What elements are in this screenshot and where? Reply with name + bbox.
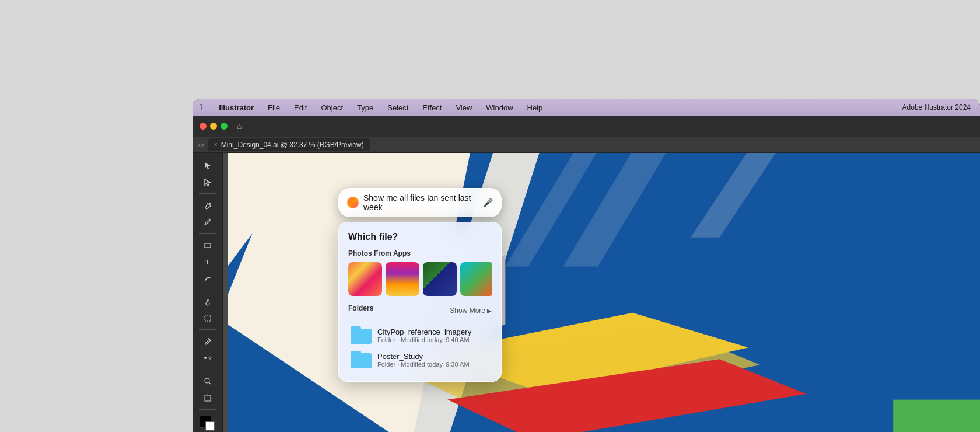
svg-point-8 xyxy=(204,357,206,359)
svg-text:T: T xyxy=(205,258,210,266)
maximize-button[interactable] xyxy=(220,123,228,130)
folder-meta-1: Folder · Modified today, 9:40 AM xyxy=(377,336,489,343)
folder-icon-2 xyxy=(351,351,372,368)
file-menu[interactable]: File xyxy=(265,102,282,113)
desktop:  Illustrator File Edit Object Type Sele… xyxy=(0,0,980,432)
toolbar: T xyxy=(192,153,223,432)
blend-tool[interactable] xyxy=(197,350,218,366)
document-tab[interactable]: × Mini_Design_04.ai @ 32.37 % (RGB/Previ… xyxy=(208,138,370,151)
folder-name-1: CityPop_reference_imagery xyxy=(377,328,489,336)
object-menu[interactable]: Object xyxy=(318,102,345,113)
search-query-text: Show me all files Ian sent last week xyxy=(363,193,478,212)
photo-thumb-4[interactable] xyxy=(460,262,492,296)
show-more-button[interactable]: Show More ▶ xyxy=(450,306,492,315)
svg-point-4 xyxy=(206,302,209,305)
photo-thumb-2[interactable] xyxy=(386,262,419,296)
view-menu[interactable]: View xyxy=(453,102,474,113)
photos-section-label: Photos From Apps xyxy=(348,249,492,257)
folders-header: Folders Show More ▶ xyxy=(348,304,492,317)
tool-separator-2 xyxy=(199,233,216,234)
app-name[interactable]: Illustrator xyxy=(216,102,256,113)
siri-icon xyxy=(347,197,359,208)
tool-separator-3 xyxy=(199,290,216,290)
monitor-frame:  Illustrator File Edit Object Type Sele… xyxy=(192,99,980,432)
window-menu[interactable]: Window xyxy=(484,102,515,113)
apple-menu[interactable]:  xyxy=(197,102,205,113)
svg-rect-2 xyxy=(205,243,211,248)
svg-marker-1 xyxy=(205,179,211,186)
folder-info-2: Poster_Study Folder · Modified today, 9:… xyxy=(377,352,489,368)
folder-icon-1 xyxy=(351,326,372,344)
svg-point-9 xyxy=(209,357,211,359)
photos-grid xyxy=(348,262,492,296)
svg-point-11 xyxy=(205,378,209,383)
tab-title: Mini_Design_04.ai @ 32.37 % (RGB/Preview… xyxy=(221,141,364,149)
arc-tool[interactable] xyxy=(197,271,218,287)
rectangle-tool[interactable] xyxy=(197,237,218,253)
artboard-tool[interactable] xyxy=(197,390,218,406)
menu-bar:  Illustrator File Edit Object Type Sele… xyxy=(192,99,980,116)
selection-tool[interactable] xyxy=(197,158,218,173)
spray-tool[interactable] xyxy=(197,294,218,309)
search-overlay: Show me all files Ian sent last week 🎤 W… xyxy=(338,188,502,382)
folder-meta-2: Folder · Modified today, 9:38 AM xyxy=(377,361,489,368)
select-menu[interactable]: Select xyxy=(385,102,411,113)
search-bar[interactable]: Show me all files Ian sent last week 🎤 xyxy=(338,188,502,217)
folder-name-2: Poster_Study xyxy=(377,352,489,361)
effect-menu[interactable]: Effect xyxy=(420,102,444,113)
pencil-tool[interactable] xyxy=(197,214,218,230)
tool-separator-4 xyxy=(199,329,216,330)
folder-item-1[interactable]: CityPop_reference_imagery Folder · Modif… xyxy=(348,323,492,347)
type-tool[interactable]: T xyxy=(197,254,218,270)
color-swatch-area xyxy=(197,413,218,432)
tool-separator-1 xyxy=(199,193,216,194)
image-trace-tool[interactable] xyxy=(197,311,218,326)
tab-bar: >> × Mini_Design_04.ai @ 32.37 % (RGB/Pr… xyxy=(192,137,980,153)
app-version: Adobe Illustrator 2024 xyxy=(902,103,971,112)
photo-thumb-3[interactable] xyxy=(423,262,457,296)
zoom-tool[interactable] xyxy=(197,374,218,389)
title-bar: ⌂ xyxy=(192,116,980,137)
tab-expand-icon[interactable]: >> xyxy=(197,141,205,148)
tool-separator-5 xyxy=(199,370,216,370)
tab-close-button[interactable]: × xyxy=(214,141,218,148)
photo-thumb-1[interactable] xyxy=(348,262,382,296)
svg-marker-0 xyxy=(205,162,211,169)
tool-separator-6 xyxy=(199,409,216,410)
svg-rect-27 xyxy=(893,400,980,432)
folder-info-1: CityPop_reference_imagery Folder · Modif… xyxy=(377,328,489,343)
svg-point-34 xyxy=(349,198,357,207)
edit-menu[interactable]: Edit xyxy=(292,102,309,113)
dropdown-title: Which file? xyxy=(348,232,492,242)
mic-icon[interactable]: 🎤 xyxy=(483,198,493,207)
direct-selection-tool[interactable] xyxy=(197,175,218,190)
svg-rect-13 xyxy=(205,395,211,401)
svg-line-12 xyxy=(209,382,211,384)
minimize-button[interactable] xyxy=(210,123,217,130)
home-icon[interactable]: ⌂ xyxy=(237,121,242,131)
pen-tool[interactable] xyxy=(197,197,218,213)
folder-item-2[interactable]: Poster_Study Folder · Modified today, 9:… xyxy=(348,347,492,372)
canvas-area: T xyxy=(192,153,980,432)
svg-rect-7 xyxy=(205,315,211,321)
show-more-icon: ▶ xyxy=(487,308,492,314)
eyedropper-tool[interactable] xyxy=(197,333,218,349)
stroke-color[interactable] xyxy=(205,421,215,431)
traffic-lights xyxy=(200,123,228,130)
close-button[interactable] xyxy=(200,123,206,130)
help-menu[interactable]: Help xyxy=(525,102,545,113)
search-dropdown: Which file? Photos From Apps Folders xyxy=(338,222,502,382)
folders-section-label: Folders xyxy=(348,304,373,312)
type-menu[interactable]: Type xyxy=(355,102,376,113)
